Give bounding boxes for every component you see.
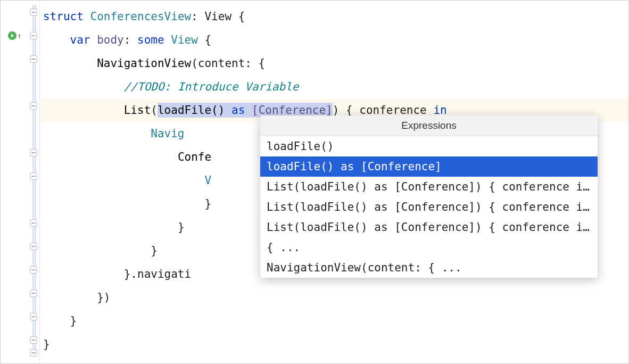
- type-name: ConferencesView: [90, 10, 192, 23]
- code-line[interactable]: NavigationView(content: {: [40, 52, 628, 75]
- keyword-struct: struct: [43, 10, 84, 23]
- gutter: ↑: [1, 1, 40, 363]
- expression-option[interactable]: loadFile(): [260, 136, 598, 156]
- code-editor: ↑ struct ConferencesView: View { var bod…: [1, 1, 628, 363]
- fold-marker[interactable]: [30, 243, 37, 250]
- identifier: NavigationView: [97, 57, 191, 70]
- fold-marker[interactable]: [30, 55, 37, 63]
- popup-title: Expressions: [260, 115, 598, 136]
- identifier: V: [204, 174, 211, 187]
- fold-marker[interactable]: [30, 102, 37, 110]
- fold-marker[interactable]: [30, 149, 37, 156]
- identifier: List: [124, 104, 151, 117]
- arrow-up-icon: ↑: [17, 31, 21, 40]
- code-line[interactable]: }): [40, 286, 628, 309]
- fold-marker[interactable]: [30, 172, 37, 180]
- expressions-popup: Expressions loadFile() loadFile() as [Co…: [260, 115, 598, 278]
- identifier: Navig: [151, 127, 184, 140]
- fold-indicators: [24, 1, 39, 363]
- keyword-some: some: [137, 34, 164, 46]
- text: (: [151, 104, 158, 117]
- code-line[interactable]: struct ConferencesView: View {: [40, 5, 628, 28]
- text: }: [151, 244, 158, 257]
- text: {: [205, 34, 212, 46]
- code-line[interactable]: }: [40, 333, 628, 356]
- expression-option[interactable]: { ...: [260, 237, 598, 258]
- code-line[interactable]: }: [40, 309, 628, 333]
- expression-option[interactable]: List(loadFile() as [Conference]) { confe…: [260, 197, 598, 217]
- code-line[interactable]: var body: some View {: [40, 28, 628, 52]
- fold-marker[interactable]: [30, 313, 37, 320]
- fold-marker[interactable]: [30, 32, 37, 39]
- text: }: [178, 221, 185, 234]
- fold-marker[interactable]: [30, 289, 37, 297]
- fold-marker[interactable]: [30, 266, 37, 274]
- fold-marker[interactable]: [30, 219, 37, 227]
- text: }: [204, 197, 211, 210]
- identifier: Confe: [178, 151, 211, 163]
- fold-marker[interactable]: [30, 336, 37, 344]
- identifier: body: [97, 34, 124, 46]
- text: : View {: [191, 10, 245, 23]
- expression-option-selected[interactable]: loadFile() as [Conference]: [260, 156, 598, 177]
- text: }: [43, 338, 50, 351]
- keyword-in: in: [433, 104, 446, 117]
- keyword-var: var: [70, 34, 90, 46]
- text: }: [70, 315, 77, 327]
- text: (content: {: [191, 57, 265, 70]
- text: }.navigati: [124, 268, 191, 280]
- expression-option[interactable]: List(loadFile() as [Conference]) { confe…: [260, 217, 598, 237]
- expression-option[interactable]: NavigationView(content: { ...: [260, 258, 598, 278]
- type-name: View: [171, 34, 198, 46]
- fold-marker[interactable]: [30, 9, 37, 16]
- code-area[interactable]: struct ConferencesView: View { var body:…: [40, 1, 628, 363]
- todo-comment: //TODO: Introduce Variable: [124, 80, 299, 93]
- expression-option[interactable]: List(loadFile() as [Conference]) { confe…: [260, 177, 598, 197]
- fold-marker[interactable]: [30, 349, 37, 357]
- gutter-run-marker[interactable]: ↑: [8, 31, 21, 40]
- text: }): [97, 291, 110, 304]
- text: ) { conference: [333, 104, 427, 117]
- text: :: [124, 34, 131, 46]
- run-icon: [8, 31, 16, 40]
- code-line[interactable]: //TODO: Introduce Variable: [40, 75, 628, 98]
